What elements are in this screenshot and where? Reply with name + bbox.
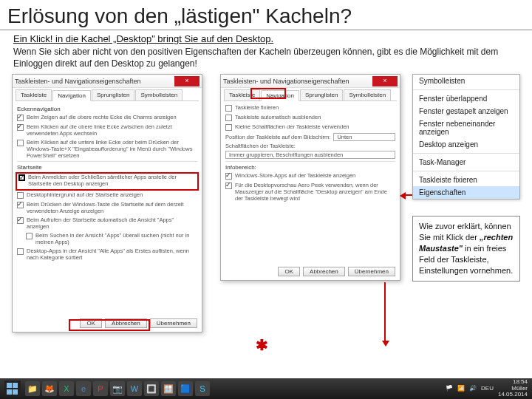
- tray-lang[interactable]: DEU: [481, 385, 494, 392]
- option-label: Beim Suchen in der Ansicht "Apps" überal…: [35, 232, 197, 245]
- tray-flag-icon[interactable]: 🏳️: [446, 385, 453, 392]
- option-label: Beim Drücken der Windows-Taste die Start…: [27, 201, 197, 214]
- ok-button[interactable]: OK: [278, 267, 300, 276]
- tab-symbolleisten[interactable]: Symbolleisten: [344, 89, 391, 100]
- option-label: Desktophintergrund auf der Startseite an…: [27, 191, 143, 198]
- apply-button[interactable]: Übernehmen: [150, 318, 197, 328]
- menu-lock-taskbar[interactable]: Taskleiste fixieren: [413, 174, 519, 186]
- section-start: Startseite: [17, 164, 197, 171]
- menu-overlap[interactable]: Fenster überlappend: [413, 92, 519, 105]
- checkbox[interactable]: [17, 202, 24, 208]
- menu-show-desktop[interactable]: Desktop anzeigen: [413, 138, 519, 151]
- section-info: Infobereich:: [225, 164, 395, 171]
- taskbar-app-icon[interactable]: S: [195, 381, 210, 396]
- checkbox[interactable]: [17, 115, 24, 121]
- checkbox[interactable]: [225, 124, 232, 131]
- taskbar-app-icon[interactable]: 📷: [110, 381, 125, 396]
- tab-sprunglisten[interactable]: Sprunglisten: [92, 89, 134, 100]
- dialog-taskbar-nav-mid: Taskleisten- und Navigationseigenschafte…: [220, 74, 400, 281]
- taskbar-context-menu: Symbolleisten Fenster überlappend Fenste…: [412, 74, 520, 200]
- slide-title: Erlösung von den „lästigen" Kacheln?: [0, 0, 532, 30]
- taskbar-app-icon[interactable]: 🪟: [161, 381, 176, 396]
- apply-button[interactable]: Übernehmen: [348, 267, 395, 276]
- close-icon[interactable]: ×: [372, 76, 398, 86]
- windows-taskbar: 📁 🦊 X e P 📷 W 🔳 🪟 🟦 S 🏳️ 📶 🔊 DEU 18:54 M…: [0, 378, 532, 399]
- taskbar-app-icon[interactable]: 🦊: [42, 381, 57, 396]
- start-button[interactable]: [4, 381, 21, 397]
- taskbar-app-icon[interactable]: 🟦: [178, 381, 193, 396]
- tray-network-icon[interactable]: 📶: [457, 385, 465, 392]
- option-label: Windows-Store-Apps auf der Taskleiste an…: [235, 172, 355, 179]
- checkbox[interactable]: [225, 115, 232, 121]
- arrow-annotation: [384, 282, 386, 344]
- menu-taskmanager[interactable]: Task-Manager: [413, 156, 519, 168]
- option-label: Taskleiste automatisch ausblenden: [235, 114, 321, 120]
- taskbar-app-icon[interactable]: X: [59, 381, 74, 396]
- star-marker-icon: ✱: [256, 336, 268, 354]
- tab-sprunglisten[interactable]: Sprunglisten: [300, 89, 343, 100]
- cancel-button[interactable]: Abbrechen: [303, 267, 345, 276]
- taskbar-app-icon[interactable]: P: [93, 381, 108, 396]
- tray-volume-icon[interactable]: 🔊: [469, 385, 477, 392]
- section-corner-nav: Eckennavigation: [17, 106, 197, 112]
- taskbar-app-icon[interactable]: e: [76, 381, 91, 396]
- menu-properties[interactable]: Eigenschaften: [413, 186, 519, 199]
- checkbox[interactable]: [225, 173, 232, 180]
- select-position[interactable]: Unten: [333, 133, 395, 141]
- taskbar-app-icon[interactable]: 📁: [25, 381, 40, 396]
- checkbox[interactable]: [225, 105, 232, 112]
- checkbox[interactable]: [26, 233, 33, 239]
- slide-body-text: Wenn Sie sich aber nicht von den positiv…: [0, 44, 532, 74]
- option-label: Desktop-Apps in der Ansicht "Alle Apps" …: [27, 248, 197, 261]
- checkbox[interactable]: [17, 192, 24, 199]
- tray-date: 14.05.2014: [498, 392, 528, 398]
- checkbox[interactable]: [17, 140, 24, 146]
- label-position: Position der Taskleiste auf dem Bildschi…: [225, 134, 330, 140]
- close-icon[interactable]: ×: [174, 76, 200, 86]
- option-label: Beim Aufrufen der Startseite automatisch…: [27, 216, 197, 230]
- menu-stacked[interactable]: Fenster gestapelt anzeigen: [413, 105, 519, 117]
- option-label: Beim Klicken auf die obere linke Ecke zw…: [27, 123, 197, 137]
- option-label: Kleine Schaltflächen der Taskleiste verw…: [235, 123, 349, 130]
- tab-navigation[interactable]: Navigation: [52, 90, 91, 101]
- checkbox[interactable]: [17, 217, 24, 224]
- checkbox-highlighted[interactable]: [18, 174, 25, 181]
- taskbar-app-icon[interactable]: 🔳: [144, 381, 159, 396]
- tab-taskleiste[interactable]: Taskleiste: [16, 89, 52, 100]
- select-group[interactable]: Immer gruppieren, Beschriftungen ausblen…: [225, 151, 395, 159]
- dialog-taskbar-nav-left: Taskleisten- und Navigationseigenschafte…: [12, 74, 202, 332]
- option-label: Taskleiste fixieren: [235, 104, 279, 111]
- dialog-title: Taskleisten- und Navigationseigenschafte…: [223, 78, 372, 85]
- menu-sidebyside[interactable]: Fenster nebeneinander anzeigen: [413, 117, 519, 138]
- arrow-annotation: [402, 194, 412, 196]
- checkbox[interactable]: [17, 248, 24, 255]
- menu-symbolleisten[interactable]: Symbolleisten: [413, 75, 519, 87]
- option-label: Beim Klicken auf die untere linke Ecke o…: [27, 139, 197, 159]
- dialog-title: Taskleisten- und Navigationseigenschafte…: [15, 78, 174, 85]
- tab-symbolleisten[interactable]: Symbolleisten: [135, 89, 183, 100]
- option-label: Beim Anmelden oder Schließen sämtlicher …: [28, 174, 196, 187]
- slide-subtitle: Ein Klick! in die Kachel „Desktop" bring…: [0, 33, 532, 44]
- explanation-callout: Wie zuvor erklärt, können Sie mit Klick …: [412, 216, 520, 281]
- checkbox[interactable]: [17, 124, 24, 131]
- option-label: Beim Zeigen auf die obere rechte Ecke di…: [27, 114, 177, 120]
- label-group: Schaltflächen der Taskleiste:: [225, 143, 296, 149]
- option-label: Für die Desktopvorschau Aero Peek verwen…: [235, 182, 395, 202]
- checkbox[interactable]: [225, 183, 232, 189]
- taskbar-app-icon[interactable]: W: [127, 381, 142, 396]
